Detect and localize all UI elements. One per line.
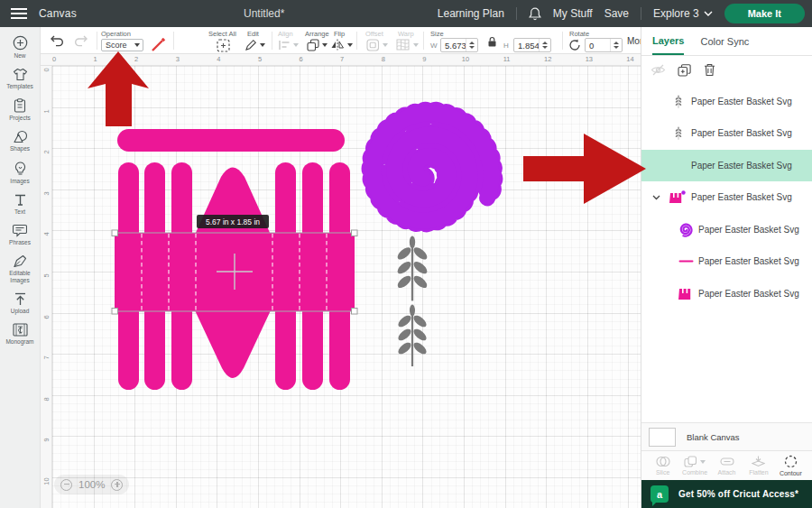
page-title: Canvas bbox=[39, 7, 77, 20]
rotate-stepper[interactable] bbox=[610, 39, 622, 51]
contour-icon bbox=[784, 455, 798, 468]
sidebar-item-new[interactable]: New bbox=[0, 35, 41, 60]
leaf-sprig[interactable] bbox=[675, 95, 681, 107]
undo-button[interactable] bbox=[50, 34, 65, 47]
circle-plus-icon bbox=[13, 35, 28, 51]
chevron-down-icon bbox=[700, 460, 706, 464]
delete-layer-icon[interactable] bbox=[704, 63, 715, 77]
zoom-in-button[interactable] bbox=[111, 479, 123, 491]
contour-button[interactable]: Contour bbox=[775, 451, 807, 480]
select-all-button[interactable] bbox=[217, 39, 230, 52]
sidebar-item-phrases[interactable]: Phrases bbox=[0, 224, 41, 246]
height-stepper[interactable] bbox=[539, 39, 550, 51]
width-stepper[interactable] bbox=[466, 39, 477, 51]
canvas-color-swatch[interactable] bbox=[649, 428, 676, 447]
sidebar-item-projects[interactable]: Projects bbox=[0, 98, 41, 122]
basket-group-icon bbox=[669, 190, 686, 204]
layer-row-line[interactable]: Paper Easter Basket Svg bbox=[641, 245, 812, 277]
sidebar-item-templates[interactable]: Templates bbox=[0, 68, 41, 90]
width-field[interactable] bbox=[440, 38, 478, 52]
learning-plan-link[interactable]: Learning Plan bbox=[438, 7, 504, 20]
layer-row-leaf-2[interactable]: Paper Easter Basket Svg bbox=[641, 117, 812, 149]
top-header: Canvas Untitled* Learning Plan My Stuff … bbox=[0, 0, 812, 27]
offset-button[interactable] bbox=[366, 39, 388, 51]
layer-actions: Slice Combine Attach Flatten Contour bbox=[641, 451, 812, 480]
cricut-access-banner[interactable]: a Get 50% off Cricut Access* bbox=[641, 480, 812, 508]
rotate-input[interactable] bbox=[586, 41, 610, 51]
lock-icon bbox=[487, 36, 497, 48]
left-sidebar: New Templates Projects Shapes Images Tex… bbox=[0, 27, 41, 508]
select-all-label: Select All bbox=[208, 30, 236, 38]
canvas-artwork: 5.67 in x 1.85 in bbox=[41, 54, 641, 508]
basket-valley-shape[interactable] bbox=[195, 310, 271, 378]
operation-select[interactable]: Score bbox=[101, 39, 143, 51]
score-color-swatch[interactable] bbox=[151, 38, 166, 52]
panel-tabs: Layers Color Sync bbox=[641, 27, 812, 56]
duplicate-layer-icon[interactable] bbox=[678, 63, 692, 77]
basket-icon bbox=[678, 288, 693, 300]
slice-button[interactable]: Slice bbox=[647, 451, 678, 480]
tab-layers[interactable]: Layers bbox=[652, 27, 684, 55]
width-input[interactable] bbox=[441, 41, 466, 51]
offset-icon bbox=[366, 39, 380, 51]
chevron-down-icon bbox=[704, 11, 713, 16]
sidebar-item-shapes[interactable]: Shapes bbox=[0, 130, 41, 152]
height-input[interactable] bbox=[514, 41, 539, 51]
machine-selector[interactable]: Explore 3 bbox=[653, 7, 713, 20]
sidebar-item-upload[interactable]: Upload bbox=[0, 292, 41, 315]
save-button[interactable]: Save bbox=[604, 7, 629, 20]
warp-button[interactable] bbox=[396, 39, 419, 51]
speech-bubble-icon bbox=[13, 224, 27, 237]
menu-icon[interactable] bbox=[11, 7, 27, 20]
wheat-leaf-icon bbox=[671, 126, 686, 141]
flatten-button[interactable]: Flatten bbox=[743, 451, 774, 480]
clipboard-icon bbox=[14, 98, 26, 113]
attach-button[interactable]: Attach bbox=[711, 451, 743, 480]
rotate-button[interactable] bbox=[568, 39, 581, 51]
chevron-down-icon[interactable] bbox=[652, 195, 660, 200]
basket-handle-shape[interactable] bbox=[117, 129, 345, 152]
flatten-icon bbox=[752, 456, 765, 467]
layer-row-basket[interactable]: Paper Easter Basket Svg bbox=[641, 278, 812, 309]
make-it-button[interactable]: Make It bbox=[724, 4, 805, 23]
width-label: W bbox=[430, 42, 438, 50]
sidebar-item-editable-images[interactable]: Editable Images bbox=[0, 254, 41, 284]
layer-row-score-selected[interactable]: Paper Easter Basket Svg bbox=[641, 150, 812, 181]
spiral-icon bbox=[678, 222, 694, 237]
upload-icon bbox=[14, 292, 27, 306]
notifications-bell-icon[interactable] bbox=[529, 7, 541, 21]
sidebar-item-monogram[interactable]: Monogram bbox=[0, 323, 41, 346]
arrange-icon bbox=[307, 39, 319, 51]
leaf-sprig[interactable] bbox=[396, 305, 428, 367]
height-field[interactable] bbox=[513, 38, 551, 52]
my-stuff-link[interactable]: My Stuff bbox=[553, 7, 593, 20]
lock-ratio-button[interactable] bbox=[487, 36, 497, 48]
chevron-down-icon bbox=[260, 43, 265, 47]
rotate-field[interactable] bbox=[585, 38, 623, 52]
layer-tools bbox=[641, 56, 812, 83]
redo-button[interactable] bbox=[73, 34, 88, 47]
line-icon bbox=[678, 259, 694, 263]
slice-icon bbox=[656, 456, 670, 467]
arrange-button[interactable] bbox=[307, 39, 328, 51]
document-title[interactable]: Untitled* bbox=[244, 0, 284, 27]
combine-button[interactable]: Combine bbox=[678, 451, 710, 480]
zoom-level: 100% bbox=[78, 479, 105, 490]
layer-row-leaf-1[interactable]: Paper Easter Basket Svg bbox=[641, 86, 812, 117]
chevron-down-icon bbox=[134, 43, 140, 47]
layer-row-spiral[interactable]: Paper Easter Basket Svg bbox=[641, 214, 812, 245]
layer-row-basket-group[interactable]: Paper Easter Basket Svg bbox=[641, 181, 812, 213]
hide-layer-icon[interactable] bbox=[651, 64, 666, 76]
chevron-down-icon bbox=[413, 43, 419, 47]
leaf-sprig[interactable] bbox=[395, 236, 429, 300]
edit-button[interactable] bbox=[245, 39, 265, 51]
flip-button[interactable] bbox=[330, 39, 353, 51]
leaf-sprig[interactable] bbox=[675, 126, 681, 139]
sidebar-item-text[interactable]: Text bbox=[0, 193, 41, 216]
divider bbox=[516, 7, 517, 20]
tab-color-sync[interactable]: Color Sync bbox=[700, 27, 749, 55]
rotate-icon bbox=[568, 39, 581, 51]
align-button[interactable] bbox=[278, 40, 299, 51]
sidebar-item-images[interactable]: Images bbox=[0, 162, 41, 185]
zoom-out-button[interactable] bbox=[60, 479, 72, 491]
